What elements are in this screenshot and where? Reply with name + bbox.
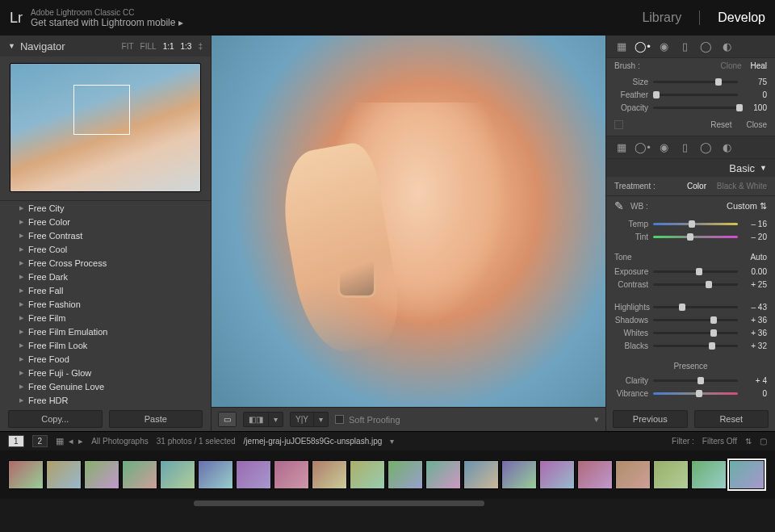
heal-tool-icon[interactable]: ◯• <box>634 140 651 155</box>
view-mode-compare[interactable]: Y|Y▾ <box>290 412 329 427</box>
slider-value[interactable]: 0.00 <box>743 267 767 276</box>
slider-size[interactable]: Size75 <box>614 75 767 88</box>
soft-proofing-toggle[interactable]: Soft Proofing <box>335 415 400 425</box>
grid-icon[interactable]: ▦ <box>56 436 64 446</box>
preset-item[interactable]: ▶Free Fall <box>0 283 211 297</box>
zoom-1to1[interactable]: 1:1 <box>163 42 174 51</box>
slider-value[interactable]: + 25 <box>743 280 767 289</box>
slider-blacks[interactable]: Blacks+ 32 <box>614 339 767 352</box>
previous-button[interactable]: Previous <box>613 410 688 428</box>
preset-item[interactable]: ▶Free Fuji - Glow <box>0 366 211 379</box>
slider-value[interactable]: + 36 <box>743 316 767 325</box>
preset-item[interactable]: ▶Free Food <box>0 352 211 366</box>
filter-select[interactable]: Filters Off <box>702 437 737 446</box>
slider-value[interactable]: 100 <box>743 103 767 112</box>
preset-item[interactable]: ▶Free Color <box>0 215 211 228</box>
filmstrip-scrollbar[interactable] <box>0 499 775 508</box>
chevron-updown-icon[interactable]: ‡ <box>198 42 203 51</box>
filter-dropdown-icon[interactable]: ⇅ <box>745 437 752 446</box>
preset-item[interactable]: ▶Free Cross Process <box>0 256 211 270</box>
slider-value[interactable]: – 43 <box>743 303 767 312</box>
slider-track[interactable] <box>653 107 738 109</box>
tone-auto-button[interactable]: Auto <box>750 253 767 262</box>
slider-track[interactable] <box>653 283 738 286</box>
slider-thumb[interactable] <box>710 329 717 337</box>
slider-thumb[interactable] <box>736 104 743 111</box>
monitor-1[interactable]: 1 <box>8 435 24 447</box>
reset-button[interactable]: Reset <box>694 410 769 428</box>
mobile-link[interactable]: Get started with Lightroom mobile ▸ <box>31 18 183 27</box>
slider-shadows[interactable]: Shadows+ 36 <box>614 313 767 326</box>
heal-mode[interactable]: Heal <box>750 61 767 70</box>
slider-clarity[interactable]: Clarity+ 4 <box>614 374 767 387</box>
slider-value[interactable]: + 36 <box>743 329 767 337</box>
slider-highlights[interactable]: Highlights– 43 <box>614 300 767 313</box>
slider-value[interactable]: + 4 <box>743 376 767 385</box>
preset-item[interactable]: ▶Free Film Look <box>0 338 211 352</box>
slider-vibrance[interactable]: Vibrance0 <box>614 387 767 400</box>
filter-lock-icon[interactable]: ▢ <box>760 437 767 446</box>
slider-thumb[interactable] <box>706 281 712 288</box>
zoom-fit[interactable]: FIT <box>122 42 134 51</box>
filmstrip-thumb[interactable] <box>463 460 499 489</box>
collection-name[interactable]: All Photographs <box>91 437 149 446</box>
view-mode-before-after[interactable]: ◧◨▾ <box>243 412 283 427</box>
radial-tool-icon[interactable]: ◯ <box>697 140 714 155</box>
navigator-header[interactable]: ▼ Navigator FIT FILL 1:1 1:3 ‡ <box>0 36 211 57</box>
filmstrip-thumb[interactable] <box>615 460 651 489</box>
preset-item[interactable]: ▶Free Contrast <box>0 228 211 242</box>
monitor-2[interactable]: 2 <box>32 435 48 447</box>
slider-track[interactable] <box>653 332 738 334</box>
wb-select[interactable]: Custom ⇅ <box>727 201 767 212</box>
copy-button[interactable]: Copy... <box>8 410 103 428</box>
wb-dropper-icon[interactable]: ✎ <box>614 199 624 212</box>
slider-thumb[interactable] <box>679 304 685 311</box>
overlay-checkbox[interactable] <box>614 120 623 129</box>
main-photo-view[interactable] <box>212 36 605 407</box>
preset-item[interactable]: ▶Free HDR <box>0 393 211 407</box>
navigator-preview[interactable] <box>10 63 201 192</box>
filmstrip-thumb[interactable] <box>691 460 727 489</box>
slider-track[interactable] <box>653 345 738 347</box>
slider-thumb[interactable] <box>696 390 702 397</box>
preset-item[interactable]: ▶Free Film <box>0 311 211 325</box>
crop-tool-icon[interactable]: ▦ <box>613 140 630 155</box>
filmstrip-thumb[interactable] <box>46 460 82 489</box>
slider-track[interactable] <box>653 223 738 225</box>
redeye-tool-icon[interactable]: ◉ <box>655 40 672 54</box>
filmstrip-thumb[interactable] <box>388 460 423 489</box>
filmstrip-thumb[interactable] <box>8 460 44 489</box>
slider-tint[interactable]: Tint– 20 <box>614 230 767 243</box>
slider-thumb[interactable] <box>698 377 704 384</box>
slider-track[interactable] <box>653 392 738 395</box>
filmstrip-thumb[interactable] <box>539 460 575 489</box>
navigator-crop-rect[interactable] <box>73 85 130 135</box>
view-mode-loupe[interactable]: ▭ <box>218 412 237 427</box>
checkbox-icon[interactable] <box>335 415 344 424</box>
slider-thumb[interactable] <box>696 268 702 275</box>
slider-thumb[interactable] <box>710 316 717 324</box>
crop-tool-icon[interactable]: ▦ <box>613 40 630 54</box>
filmstrip-thumb[interactable] <box>653 460 689 489</box>
slider-value[interactable]: + 32 <box>743 341 767 350</box>
slider-whites[interactable]: Whites+ 36 <box>614 326 767 339</box>
gradient-tool-icon[interactable]: ▯ <box>676 40 693 54</box>
gradient-tool-icon[interactable]: ▯ <box>676 140 693 155</box>
slider-value[interactable]: 0 <box>743 90 767 99</box>
toolbar-dropdown[interactable]: ▾ <box>594 414 599 425</box>
filmstrip-thumb[interactable] <box>729 460 765 489</box>
redeye-tool-icon[interactable]: ◉ <box>655 140 672 155</box>
filmstrip-thumb[interactable] <box>160 460 195 489</box>
slider-thumb[interactable] <box>715 78 722 86</box>
filmstrip-thumb[interactable] <box>577 460 613 489</box>
basic-panel-header[interactable]: Basic ▼ <box>606 159 775 177</box>
slider-value[interactable]: – 20 <box>743 232 767 241</box>
slider-value[interactable]: 0 <box>743 389 767 398</box>
slider-thumb[interactable] <box>687 233 693 241</box>
filmstrip-thumb[interactable] <box>312 460 347 489</box>
preset-item[interactable]: ▶Free Dark <box>0 270 211 283</box>
zoom-ratio[interactable]: 1:3 <box>181 42 192 51</box>
slider-track[interactable] <box>653 319 738 321</box>
brush-tool-icon[interactable]: ◐ <box>718 40 735 54</box>
filename-dropdown-icon[interactable]: ▾ <box>390 437 394 446</box>
